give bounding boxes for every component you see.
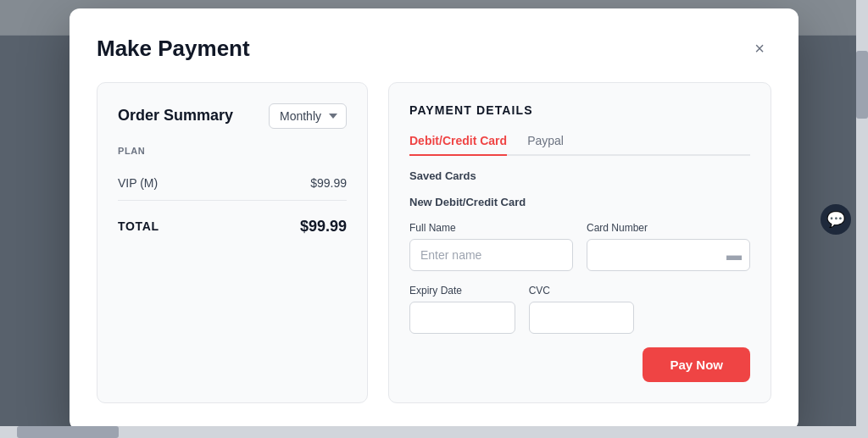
saved-cards-label: Saved Cards xyxy=(409,169,750,182)
chat-icon-button[interactable]: 💬 xyxy=(821,204,851,235)
form-row-expiry-cvc: Expiry Date CVC xyxy=(409,285,750,334)
modal-title: Make Payment xyxy=(97,36,250,62)
form-group-full-name: Full Name xyxy=(409,222,573,271)
form-group-card-number: Card Number ▬ xyxy=(587,222,750,271)
form-group-spacer xyxy=(648,285,750,334)
order-summary-panel: Order Summary Monthly Yearly PLAN VIP (M… xyxy=(97,82,368,403)
full-name-label: Full Name xyxy=(409,222,573,234)
payment-modal: Make Payment × Order Summary Monthly Yea… xyxy=(70,8,798,430)
plan-name: VIP (M) xyxy=(118,176,158,190)
plan-price: $99.99 xyxy=(310,176,347,190)
plan-label: PLAN xyxy=(118,146,347,156)
order-summary-header: Order Summary Monthly Yearly xyxy=(118,103,347,129)
payment-details-panel: PAYMENT DETAILS Debit/Credit Card Paypal… xyxy=(388,82,771,403)
modal-overlay: Make Payment × Order Summary Monthly Yea… xyxy=(0,0,868,438)
form-group-cvc: CVC xyxy=(529,285,635,334)
total-row: TOTAL $99.99 xyxy=(118,204,347,236)
tab-paypal[interactable]: Paypal xyxy=(527,127,564,154)
expiry-label: Expiry Date xyxy=(409,285,515,297)
cvc-input[interactable] xyxy=(529,302,635,334)
tab-debit-credit[interactable]: Debit/Credit Card xyxy=(409,127,507,154)
modal-body: Order Summary Monthly Yearly PLAN VIP (M… xyxy=(97,82,771,403)
total-label: TOTAL xyxy=(118,219,159,233)
form-row-name-card: Full Name Card Number ▬ xyxy=(409,222,750,271)
scrollbar-track[interactable] xyxy=(856,0,868,438)
card-number-wrapper: ▬ xyxy=(587,239,750,271)
bottom-scrollbar[interactable] xyxy=(0,426,856,438)
total-price: $99.99 xyxy=(300,218,347,236)
period-select[interactable]: Monthly Yearly xyxy=(269,103,347,129)
cvc-label: CVC xyxy=(529,285,635,297)
card-chip-icon: ▬ xyxy=(726,246,742,263)
modal-header: Make Payment × xyxy=(97,36,771,62)
form-group-expiry: Expiry Date xyxy=(409,285,515,334)
order-summary-title: Order Summary xyxy=(118,107,233,125)
scrollbar-thumb[interactable] xyxy=(856,51,868,119)
close-button[interactable]: × xyxy=(748,36,771,60)
expiry-input[interactable] xyxy=(409,302,515,334)
bottom-scrollbar-thumb[interactable] xyxy=(17,426,119,438)
payment-tabs: Debit/Credit Card Paypal xyxy=(409,127,750,156)
plan-row: VIP (M) $99.99 xyxy=(118,166,347,201)
chat-icon-symbol: 💬 xyxy=(826,210,845,229)
new-card-label: New Debit/Credit Card xyxy=(409,196,750,208)
payment-details-title: PAYMENT DETAILS xyxy=(409,103,750,117)
pay-now-button[interactable]: Pay Now xyxy=(643,347,750,382)
full-name-input[interactable] xyxy=(409,239,573,271)
card-number-label: Card Number xyxy=(587,222,750,234)
form-footer: Pay Now xyxy=(409,347,750,382)
